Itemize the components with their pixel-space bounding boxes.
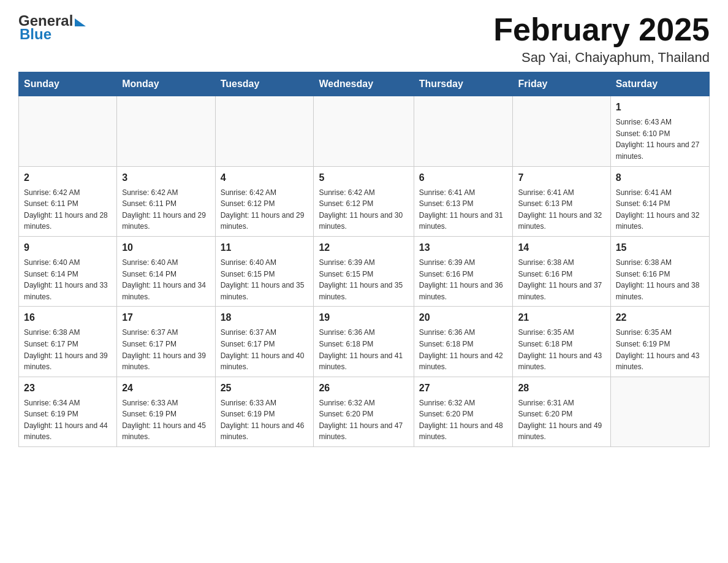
day-number: 15 xyxy=(616,240,704,255)
day-number: 27 xyxy=(419,381,508,396)
calendar-day-cell: 17Sunrise: 6:37 AM Sunset: 6:17 PM Dayli… xyxy=(117,307,215,377)
day-info: Sunrise: 6:38 AM Sunset: 6:16 PM Dayligh… xyxy=(518,257,605,302)
calendar-week-row: 9Sunrise: 6:40 AM Sunset: 6:14 PM Daylig… xyxy=(19,236,710,306)
day-number: 23 xyxy=(24,381,112,396)
day-info: Sunrise: 6:33 AM Sunset: 6:19 PM Dayligh… xyxy=(122,397,210,443)
day-info: Sunrise: 6:39 AM Sunset: 6:15 PM Dayligh… xyxy=(319,257,408,302)
day-info: Sunrise: 6:40 AM Sunset: 6:14 PM Dayligh… xyxy=(24,257,112,302)
calendar-day-cell: 14Sunrise: 6:38 AM Sunset: 6:16 PM Dayli… xyxy=(513,236,610,306)
calendar-day-cell xyxy=(314,96,414,166)
day-info: Sunrise: 6:41 AM Sunset: 6:13 PM Dayligh… xyxy=(419,187,508,232)
calendar-day-cell: 20Sunrise: 6:36 AM Sunset: 6:18 PM Dayli… xyxy=(414,307,513,377)
calendar-day-cell: 26Sunrise: 6:32 AM Sunset: 6:20 PM Dayli… xyxy=(314,377,414,446)
day-number: 16 xyxy=(24,310,112,325)
calendar-day-cell: 10Sunrise: 6:40 AM Sunset: 6:14 PM Dayli… xyxy=(117,236,215,306)
calendar-day-cell: 5Sunrise: 6:42 AM Sunset: 6:12 PM Daylig… xyxy=(314,166,414,236)
day-info: Sunrise: 6:40 AM Sunset: 6:15 PM Dayligh… xyxy=(221,257,309,302)
day-number: 4 xyxy=(221,170,309,185)
calendar-week-row: 1Sunrise: 6:43 AM Sunset: 6:10 PM Daylig… xyxy=(19,96,710,166)
day-number: 5 xyxy=(319,170,408,185)
calendar-day-header: Sunday xyxy=(19,72,117,96)
day-info: Sunrise: 6:42 AM Sunset: 6:11 PM Dayligh… xyxy=(24,187,112,232)
calendar-day-cell xyxy=(215,96,314,166)
calendar-day-cell: 2Sunrise: 6:42 AM Sunset: 6:11 PM Daylig… xyxy=(19,166,117,236)
day-info: Sunrise: 6:41 AM Sunset: 6:14 PM Dayligh… xyxy=(616,187,704,232)
day-number: 2 xyxy=(24,170,112,185)
day-info: Sunrise: 6:42 AM Sunset: 6:12 PM Dayligh… xyxy=(221,187,309,232)
day-number: 22 xyxy=(616,310,704,325)
calendar-day-cell: 6Sunrise: 6:41 AM Sunset: 6:13 PM Daylig… xyxy=(414,166,513,236)
day-number: 8 xyxy=(616,170,704,185)
day-info: Sunrise: 6:34 AM Sunset: 6:19 PM Dayligh… xyxy=(24,397,112,443)
day-info: Sunrise: 6:43 AM Sunset: 6:10 PM Dayligh… xyxy=(616,117,704,162)
calendar-day-cell: 13Sunrise: 6:39 AM Sunset: 6:16 PM Dayli… xyxy=(414,236,513,306)
calendar-day-header: Saturday xyxy=(610,72,709,96)
day-number: 1 xyxy=(616,100,704,115)
calendar-day-cell xyxy=(117,96,215,166)
calendar-day-cell: 19Sunrise: 6:36 AM Sunset: 6:18 PM Dayli… xyxy=(314,307,414,377)
day-info: Sunrise: 6:38 AM Sunset: 6:16 PM Dayligh… xyxy=(616,257,704,302)
calendar-week-row: 2Sunrise: 6:42 AM Sunset: 6:11 PM Daylig… xyxy=(19,166,710,236)
day-info: Sunrise: 6:36 AM Sunset: 6:18 PM Dayligh… xyxy=(419,327,508,372)
day-info: Sunrise: 6:32 AM Sunset: 6:20 PM Dayligh… xyxy=(319,397,408,443)
day-info: Sunrise: 6:32 AM Sunset: 6:20 PM Dayligh… xyxy=(419,397,508,443)
calendar-day-cell: 9Sunrise: 6:40 AM Sunset: 6:14 PM Daylig… xyxy=(19,236,117,306)
day-info: Sunrise: 6:35 AM Sunset: 6:19 PM Dayligh… xyxy=(616,327,704,372)
location-subtitle: Sap Yai, Chaiyaphum, Thailand xyxy=(493,50,710,66)
calendar-day-cell: 12Sunrise: 6:39 AM Sunset: 6:15 PM Dayli… xyxy=(314,236,414,306)
day-info: Sunrise: 6:31 AM Sunset: 6:20 PM Dayligh… xyxy=(518,397,605,443)
calendar-day-cell: 4Sunrise: 6:42 AM Sunset: 6:12 PM Daylig… xyxy=(215,166,314,236)
day-info: Sunrise: 6:35 AM Sunset: 6:18 PM Dayligh… xyxy=(518,327,605,372)
day-number: 13 xyxy=(419,240,508,255)
calendar-day-cell: 24Sunrise: 6:33 AM Sunset: 6:19 PM Dayli… xyxy=(117,377,215,446)
calendar-day-header: Tuesday xyxy=(215,72,314,96)
calendar-day-cell: 18Sunrise: 6:37 AM Sunset: 6:17 PM Dayli… xyxy=(215,307,314,377)
logo-blue-text: Blue xyxy=(20,26,51,43)
calendar-day-cell xyxy=(19,96,117,166)
day-number: 10 xyxy=(122,240,210,255)
day-number: 24 xyxy=(122,381,210,396)
day-info: Sunrise: 6:33 AM Sunset: 6:19 PM Dayligh… xyxy=(221,397,309,443)
calendar-day-cell: 21Sunrise: 6:35 AM Sunset: 6:18 PM Dayli… xyxy=(513,307,610,377)
day-number: 18 xyxy=(221,310,309,325)
logo: General Blue xyxy=(18,12,86,43)
day-info: Sunrise: 6:42 AM Sunset: 6:11 PM Dayligh… xyxy=(122,187,210,232)
page-header: General Blue February 2025 Sap Yai, Chai… xyxy=(18,12,710,66)
day-info: Sunrise: 6:40 AM Sunset: 6:14 PM Dayligh… xyxy=(122,257,210,302)
calendar-day-cell xyxy=(610,377,709,446)
day-info: Sunrise: 6:36 AM Sunset: 6:18 PM Dayligh… xyxy=(319,327,408,372)
day-info: Sunrise: 6:41 AM Sunset: 6:13 PM Dayligh… xyxy=(518,187,605,232)
calendar-day-header: Monday xyxy=(117,72,215,96)
calendar-week-row: 23Sunrise: 6:34 AM Sunset: 6:19 PM Dayli… xyxy=(19,377,710,446)
calendar-day-cell: 1Sunrise: 6:43 AM Sunset: 6:10 PM Daylig… xyxy=(610,96,709,166)
day-info: Sunrise: 6:38 AM Sunset: 6:17 PM Dayligh… xyxy=(24,327,112,372)
calendar-day-cell: 16Sunrise: 6:38 AM Sunset: 6:17 PM Dayli… xyxy=(19,307,117,377)
calendar-week-row: 16Sunrise: 6:38 AM Sunset: 6:17 PM Dayli… xyxy=(19,307,710,377)
day-number: 3 xyxy=(122,170,210,185)
calendar-day-cell xyxy=(513,96,610,166)
day-number: 7 xyxy=(518,170,605,185)
day-info: Sunrise: 6:42 AM Sunset: 6:12 PM Dayligh… xyxy=(319,187,408,232)
day-number: 28 xyxy=(518,381,605,396)
calendar-day-cell: 11Sunrise: 6:40 AM Sunset: 6:15 PM Dayli… xyxy=(215,236,314,306)
day-number: 26 xyxy=(319,381,408,396)
day-number: 11 xyxy=(221,240,309,255)
calendar-day-cell: 8Sunrise: 6:41 AM Sunset: 6:14 PM Daylig… xyxy=(610,166,709,236)
calendar-day-cell: 28Sunrise: 6:31 AM Sunset: 6:20 PM Dayli… xyxy=(513,377,610,446)
day-info: Sunrise: 6:37 AM Sunset: 6:17 PM Dayligh… xyxy=(122,327,210,372)
calendar-table: SundayMondayTuesdayWednesdayThursdayFrid… xyxy=(18,72,710,447)
calendar-day-cell: 3Sunrise: 6:42 AM Sunset: 6:11 PM Daylig… xyxy=(117,166,215,236)
calendar-day-header: Thursday xyxy=(414,72,513,96)
calendar-day-cell: 27Sunrise: 6:32 AM Sunset: 6:20 PM Dayli… xyxy=(414,377,513,446)
title-block: February 2025 Sap Yai, Chaiyaphum, Thail… xyxy=(493,12,710,66)
calendar-day-header: Wednesday xyxy=(314,72,414,96)
day-info: Sunrise: 6:39 AM Sunset: 6:16 PM Dayligh… xyxy=(419,257,508,302)
calendar-header-row: SundayMondayTuesdayWednesdayThursdayFrid… xyxy=(19,72,710,96)
day-number: 21 xyxy=(518,310,605,325)
day-number: 6 xyxy=(419,170,508,185)
day-number: 12 xyxy=(319,240,408,255)
calendar-day-cell: 15Sunrise: 6:38 AM Sunset: 6:16 PM Dayli… xyxy=(610,236,709,306)
calendar-day-cell: 23Sunrise: 6:34 AM Sunset: 6:19 PM Dayli… xyxy=(19,377,117,446)
month-title: February 2025 xyxy=(493,12,710,47)
day-number: 20 xyxy=(419,310,508,325)
